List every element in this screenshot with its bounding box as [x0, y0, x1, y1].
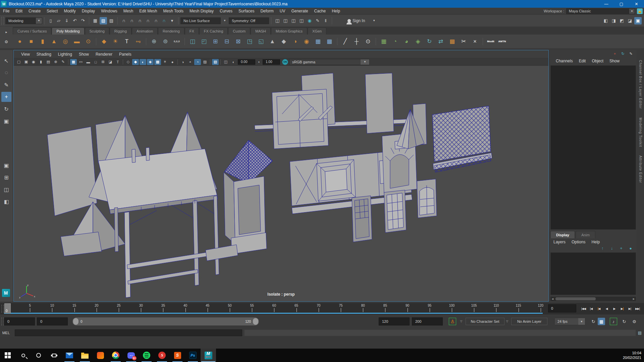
- search-button[interactable]: [15, 349, 31, 362]
- multisample-icon[interactable]: ▨: [202, 59, 208, 65]
- menu-edit-mesh[interactable]: Edit Mesh: [136, 9, 160, 13]
- tab-sculpting[interactable]: Sculpting: [85, 27, 109, 35]
- smooth-icon[interactable]: ◉: [301, 36, 312, 47]
- select-component-icon[interactable]: ▨: [108, 17, 115, 24]
- layout-four-pane-button[interactable]: ⊞: [1, 172, 11, 182]
- grease-pencil-icon[interactable]: ✎: [60, 59, 66, 65]
- file-explorer-app[interactable]: [77, 349, 93, 362]
- all-lights-icon[interactable]: ●: [169, 59, 176, 65]
- resolution-gate-icon[interactable]: ▬: [85, 59, 92, 65]
- symmetry-field[interactable]: Symmetry: Off: [229, 17, 269, 24]
- target-weld-icon[interactable]: ⊙: [363, 36, 373, 47]
- playback-range-bar[interactable]: 0 120: [72, 317, 259, 325]
- menu-display[interactable]: Display: [79, 9, 98, 13]
- fps-select[interactable]: 24 fps ▼: [554, 318, 585, 325]
- render-frame-icon[interactable]: ◫: [274, 17, 281, 24]
- tab-anim[interactable]: Anim: [576, 231, 595, 238]
- grid-icon[interactable]: ▦: [70, 59, 77, 65]
- extrude-icon[interactable]: ▲: [267, 36, 278, 47]
- layer-move-down-icon[interactable]: ↓: [609, 246, 615, 251]
- menu-windows[interactable]: Windows: [98, 9, 120, 13]
- sync-icon[interactable]: ↻: [621, 318, 628, 325]
- boolean-union-icon[interactable]: ⊞: [210, 36, 221, 47]
- sidebar-tab-modeling-toolkit[interactable]: Modeling Toolkit: [639, 118, 642, 147]
- menu-surfaces[interactable]: Surfaces: [235, 9, 257, 13]
- wireframe-on-shaded-icon[interactable]: ◈: [147, 59, 154, 65]
- step-back-key-button[interactable]: |◀: [595, 305, 603, 313]
- animation-end-field[interactable]: 200: [412, 317, 443, 325]
- paint-select-icon[interactable]: ✎: [1, 80, 11, 90]
- boolean-intersection-icon[interactable]: ⊠: [233, 36, 244, 47]
- mel-input[interactable]: [15, 329, 242, 336]
- step-forward-key-button[interactable]: ▶|: [618, 305, 626, 313]
- current-time-marker[interactable]: 0: [4, 303, 11, 313]
- menu-channels[interactable]: Channels: [553, 59, 576, 63]
- chevron-down-icon[interactable]: ▽: [506, 320, 508, 323]
- paint-effects-icon[interactable]: ✎: [314, 17, 321, 24]
- menu-lighting[interactable]: Lighting: [55, 52, 75, 57]
- pan-zoom-icon[interactable]: ⊕: [52, 59, 59, 65]
- sculpt-smooth-icon[interactable]: ◕: [401, 36, 412, 47]
- cut-uv-icon[interactable]: ✂: [458, 36, 469, 47]
- camera-attributes-icon[interactable]: ▣: [23, 59, 30, 65]
- menu-show[interactable]: Show: [75, 52, 92, 57]
- platonic-solid-icon[interactable]: ◆: [99, 36, 109, 47]
- lasso-select-icon[interactable]: ◌: [1, 68, 11, 78]
- poly-cube-icon[interactable]: ■: [26, 36, 37, 47]
- menu-object[interactable]: Object: [589, 59, 606, 63]
- scrollbar-thumb[interactable]: [555, 297, 596, 300]
- scroll-left-icon[interactable]: ◀: [550, 297, 555, 301]
- playback-end-field[interactable]: 120: [379, 317, 410, 325]
- menu-layers[interactable]: Layers: [550, 240, 569, 244]
- new-layer-from-selected-icon[interactable]: ●: [628, 246, 634, 251]
- animation-preferences-icon[interactable]: ⚙: [631, 318, 638, 325]
- render-settings-icon[interactable]: ◫: [290, 17, 297, 24]
- wireframe-icon[interactable]: ◇: [125, 59, 131, 65]
- hud-text-icon[interactable]: T: [114, 59, 121, 65]
- gate-mask-icon[interactable]: □: [92, 59, 99, 65]
- camera-icon[interactable]: ▢: [15, 59, 22, 65]
- bridge-icon[interactable]: ◱: [256, 36, 266, 47]
- poly-torus-icon[interactable]: ◎: [60, 36, 71, 47]
- super-shape-icon[interactable]: ☀: [110, 36, 121, 47]
- chevron-down-icon[interactable]: ▽: [460, 320, 462, 323]
- live-surface-field[interactable]: No Live Surface: [180, 17, 221, 24]
- poly-sphere-icon[interactable]: ●: [14, 36, 25, 47]
- audio-icon[interactable]: ♪: [610, 318, 617, 325]
- menu-curves[interactable]: Curves: [217, 9, 235, 13]
- snap-curve-icon[interactable]: ∩: [128, 17, 136, 24]
- menu-create[interactable]: Create: [25, 9, 44, 13]
- snap-to-mesh-icon[interactable]: ⊚: [160, 36, 171, 47]
- mel-label[interactable]: MEL: [0, 331, 12, 335]
- chevron-down-icon[interactable]: ▼: [629, 9, 635, 14]
- playblast-icon[interactable]: ▦: [598, 318, 605, 325]
- attribute-editor-toggle-icon[interactable]: ◩: [618, 17, 626, 24]
- menu-select[interactable]: Select: [44, 9, 61, 13]
- channel-box-toggle-icon[interactable]: ▣: [634, 17, 642, 24]
- color-management-toggle[interactable]: ON: [282, 59, 288, 65]
- retopologize-icon[interactable]: ▩: [324, 36, 335, 47]
- ao-icon[interactable]: ◓: [187, 59, 194, 65]
- textured-icon[interactable]: ◐: [140, 59, 146, 65]
- menu-edit[interactable]: Edit: [576, 59, 589, 63]
- character-set-icon[interactable]: ♙: [449, 318, 456, 325]
- animation-start-field[interactable]: 0: [4, 317, 35, 325]
- menu-help[interactable]: Help: [329, 9, 343, 13]
- gamma-field[interactable]: 1.00: [263, 59, 280, 65]
- tab-rendering[interactable]: Rendering: [158, 27, 184, 35]
- menu-panels[interactable]: Panels: [116, 52, 135, 57]
- circularize-icon[interactable]: ↻: [424, 36, 435, 47]
- menu-shading[interactable]: Shading: [33, 52, 55, 57]
- menu-edit[interactable]: Edit: [12, 9, 25, 13]
- menu-options[interactable]: Options: [569, 240, 588, 244]
- menu-modify[interactable]: Modify: [61, 9, 78, 13]
- office-app[interactable]: [93, 349, 108, 362]
- multi-cut-icon[interactable]: ╱: [340, 36, 351, 47]
- quad-draw-icon[interactable]: ▦: [378, 36, 389, 47]
- menu-mesh-tools[interactable]: Mesh Tools: [160, 9, 186, 13]
- range-start-handle[interactable]: [73, 318, 78, 325]
- sidebar-tab-channel-box-layer-editor[interactable]: Channel Box / Layer Editor: [639, 60, 642, 109]
- undo-icon[interactable]: ↶: [71, 17, 78, 24]
- time-slider[interactable]: 0510152025303540455055606570758085909510…: [0, 303, 644, 314]
- scale-tool-icon[interactable]: ▣: [1, 116, 11, 126]
